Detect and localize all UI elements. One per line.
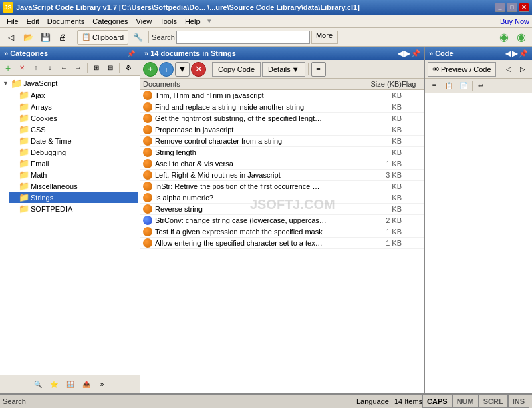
- down-button[interactable]: ▼: [175, 62, 190, 77]
- tree-softpedia[interactable]: 📁 SOFTPEDIA: [9, 203, 138, 214]
- table-row[interactable]: StrConv: change string case (lowercase, …: [140, 215, 424, 226]
- tree-miscellaneous[interactable]: 📁 Miscellaneous: [9, 180, 138, 192]
- move-up-button[interactable]: ↑: [29, 62, 43, 74]
- add-document-button[interactable]: +: [143, 62, 158, 77]
- delete-document-button[interactable]: ✕: [191, 62, 206, 77]
- minimize-button[interactable]: _: [495, 3, 505, 12]
- tree-label-ajax: Ajax: [31, 91, 45, 99]
- tree-email[interactable]: 📁 Email: [9, 158, 138, 169]
- more-footer-button[interactable]: »: [96, 379, 109, 391]
- code-scroll-right[interactable]: ▶: [512, 49, 517, 58]
- code-undo-button[interactable]: ↩: [474, 80, 487, 92]
- expand-icon: ▼: [3, 80, 9, 87]
- table-row[interactable]: Remove control character from a string K…: [140, 136, 424, 147]
- collapse-all-button[interactable]: ⊟: [104, 62, 117, 74]
- doc-name: Trim, lTrim and rTrim in javascript: [155, 91, 362, 99]
- code-pin[interactable]: 📌: [519, 49, 528, 58]
- doc-type-icon: [143, 170, 152, 180]
- tree-css[interactable]: 📁 CSS: [9, 124, 138, 135]
- menu-documents[interactable]: Documents: [43, 16, 89, 27]
- details-button[interactable]: Details ▼: [262, 62, 305, 77]
- menu-help[interactable]: Help: [181, 16, 205, 27]
- delete-category-button[interactable]: ✕: [15, 62, 29, 74]
- tree-strings[interactable]: 📁 Strings: [9, 192, 138, 203]
- table-row[interactable]: String length KB: [140, 147, 424, 158]
- code-nav-left[interactable]: ◁: [502, 63, 515, 75]
- windows-button[interactable]: 🪟: [63, 379, 77, 391]
- tree-label-debugging: Debugging: [31, 148, 66, 156]
- doc-size: KB: [362, 126, 402, 134]
- caps-indicator: CAPS: [422, 395, 452, 408]
- view-toggle-button[interactable]: ≡: [311, 62, 326, 77]
- print-button[interactable]: 🖨: [55, 30, 71, 45]
- docs-scroll-right[interactable]: ▶: [404, 49, 410, 58]
- code-sep: [472, 81, 473, 91]
- favorites-button[interactable]: ⭐: [47, 379, 61, 391]
- menu-edit[interactable]: Edit: [23, 16, 43, 27]
- tree-ajax[interactable]: 📁 Ajax: [9, 89, 138, 101]
- table-row[interactable]: Find and replace a string inside another…: [140, 101, 424, 113]
- add-category-button[interactable]: +: [1, 62, 15, 74]
- folder-open-button[interactable]: 📂: [20, 30, 36, 45]
- table-row[interactable]: Test if a given expression match the spe…: [140, 226, 424, 238]
- softpedia-folder-icon: 📁: [19, 204, 29, 214]
- window-title: JavaScript Code Library v1.7 [C:\Users\S…: [16, 3, 360, 11]
- menu-view[interactable]: View: [132, 16, 156, 27]
- docs-scroll-left[interactable]: ◀: [398, 49, 403, 58]
- table-row[interactable]: Get the rightmost substring, of the spec…: [140, 113, 424, 124]
- tree-cookies[interactable]: 📁 Cookies: [9, 112, 138, 124]
- menu-file[interactable]: File: [3, 16, 23, 27]
- search-input[interactable]: [176, 31, 310, 44]
- table-row[interactable]: InStr: Retrive the position of the first…: [140, 181, 424, 192]
- menu-categories[interactable]: Categories: [88, 16, 132, 27]
- move-down-button[interactable]: ↓: [43, 62, 57, 74]
- expand-all-button[interactable]: ⊞: [90, 62, 103, 74]
- doc-type-icon: [143, 216, 152, 225]
- save-button[interactable]: 💾: [37, 30, 53, 45]
- tools-icon[interactable]: 🔧: [130, 30, 146, 45]
- maximize-button[interactable]: □: [507, 3, 517, 12]
- table-row[interactable]: Ascii to char & vis versa 1 KB: [140, 158, 424, 170]
- back-button[interactable]: ◁: [3, 30, 19, 45]
- doc-size: KB: [362, 148, 402, 156]
- code-copy-button[interactable]: 📋: [442, 80, 456, 92]
- share-button[interactable]: 📤: [80, 379, 93, 391]
- code-nav-right[interactable]: ▷: [516, 63, 529, 75]
- table-row[interactable]: Propercase in javascript KB: [140, 124, 424, 136]
- tree-datetime[interactable]: 📁 Date & Time: [9, 135, 138, 146]
- tree-javascript[interactable]: ▼ 📁 JavaScript: [1, 77, 138, 89]
- search-categories-button[interactable]: 🔍: [31, 379, 45, 391]
- close-button[interactable]: ✕: [519, 3, 529, 12]
- code-scroll-left[interactable]: ◀: [505, 49, 511, 58]
- tree-label-miscellaneous: Miscellaneous: [31, 182, 78, 190]
- doc-type-icon: [143, 227, 152, 236]
- tree-arrays[interactable]: 📁 Arrays: [9, 101, 138, 112]
- nav-right-button[interactable]: ◉: [513, 30, 529, 45]
- more-button[interactable]: More: [311, 31, 338, 44]
- tree-debugging[interactable]: 📁 Debugging: [9, 146, 138, 158]
- table-row[interactable]: Allow entering the specified character s…: [140, 238, 424, 249]
- table-row[interactable]: Is alpha numeric? KB: [140, 192, 424, 204]
- tree-label-cookies: Cookies: [31, 114, 57, 122]
- options-button[interactable]: ⚙: [122, 62, 135, 74]
- copy-code-button[interactable]: Copy Code: [212, 62, 261, 77]
- doc-size: KB: [362, 205, 402, 213]
- status-bar: Search Language 14 Items CAPS NUM SCRL I…: [0, 393, 532, 408]
- code-format-button[interactable]: ≡: [428, 80, 441, 92]
- docs-pin[interactable]: 📌: [411, 49, 420, 58]
- menu-tools[interactable]: Tools: [156, 16, 181, 27]
- table-row[interactable]: Trim, lTrim and rTrim in javascript KB: [140, 90, 424, 101]
- pin-icon[interactable]: 📌: [126, 49, 136, 58]
- nav-left-button[interactable]: ◉: [496, 30, 512, 45]
- right-button[interactable]: →: [72, 62, 85, 74]
- clipboard-button[interactable]: 📋 Clipboard: [77, 30, 128, 45]
- preview-code-button[interactable]: 👁 Preview / Code: [428, 62, 496, 77]
- tree-math[interactable]: 📁 Math: [9, 169, 138, 180]
- table-row[interactable]: Left, Right & Mid routines in Javascript…: [140, 170, 424, 181]
- status-search: Search: [3, 397, 356, 405]
- buy-now-link[interactable]: Buy Now: [500, 17, 529, 25]
- info-button[interactable]: i: [159, 62, 174, 77]
- code-paste-button[interactable]: 📄: [457, 80, 471, 92]
- left-button[interactable]: ←: [57, 62, 71, 74]
- table-row[interactable]: Reverse string KB: [140, 204, 424, 215]
